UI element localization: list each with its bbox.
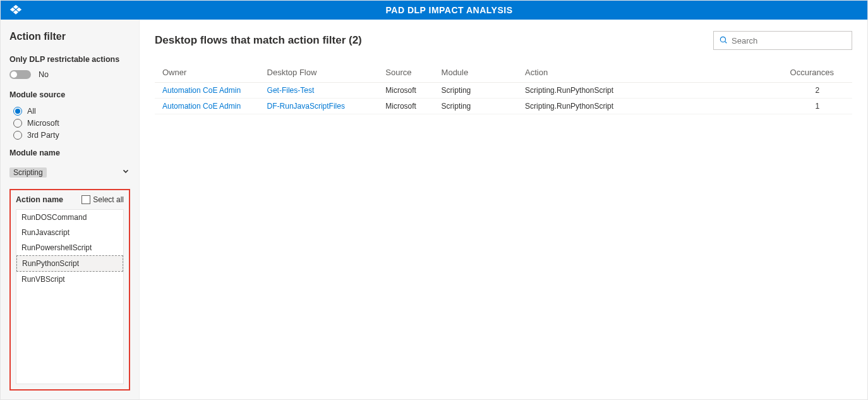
flow-link[interactable]: Get-Files-Test	[267, 86, 315, 95]
list-item[interactable]: RunPowershellScript	[16, 240, 123, 255]
radio-microsoft[interactable]: Microsoft	[13, 119, 130, 128]
search-icon	[719, 35, 728, 46]
radio-label: 3rd Party	[27, 131, 59, 140]
table-row: Automation CoE AdminGet-Files-TestMicros…	[155, 83, 852, 99]
chevron-down-icon	[121, 167, 130, 178]
list-item[interactable]: RunDOSCommand	[16, 210, 123, 225]
sidebar-title: Action filter	[9, 31, 130, 42]
col-module[interactable]: Module	[434, 63, 517, 83]
action-name-header: Action name Select all	[16, 195, 124, 204]
main-title: Desktop flows that match action filter (…	[155, 34, 362, 47]
col-action[interactable]: Action	[517, 63, 783, 83]
cell-occurrences: 1	[783, 99, 852, 114]
radio-dot-icon	[15, 109, 20, 114]
select-all-checkbox[interactable]	[81, 195, 90, 204]
list-item[interactable]: RunPythonScript	[16, 255, 123, 272]
radio-circle-icon	[13, 131, 22, 140]
app-header: PAD DLP IMPACT ANALYSIS	[1, 1, 867, 20]
module-name-dropdown[interactable]: Scripting	[9, 166, 130, 179]
owner-link[interactable]: Automation CoE Admin	[162, 102, 241, 111]
select-all-label: Select all	[93, 195, 124, 204]
table-row: Automation CoE AdminDF-RunJavaScriptFile…	[155, 99, 852, 114]
dlp-restrictable-label: Only DLP restrictable actions	[9, 55, 130, 64]
dlp-toggle-value: No	[39, 70, 49, 79]
col-occurrences[interactable]: Occurances	[783, 63, 852, 83]
module-name-label: Module name	[9, 148, 130, 157]
svg-line-5	[725, 41, 726, 43]
action-name-listbox[interactable]: RunDOSCommandRunJavascriptRunPowershellS…	[16, 209, 124, 384]
svg-marker-2	[16, 8, 21, 12]
app-body: Action filter Only DLP restrictable acti…	[1, 20, 867, 399]
module-name-chip: Scripting	[9, 167, 47, 178]
module-source-label: Module source	[9, 90, 130, 99]
svg-marker-0	[13, 5, 18, 9]
cell-source: Microsoft	[378, 83, 433, 99]
filter-sidebar: Action filter Only DLP restrictable acti…	[1, 20, 140, 399]
col-flow[interactable]: Desktop Flow	[260, 63, 378, 83]
cell-module: Scripting	[434, 99, 517, 114]
main-area: Desktop flows that match action filter (…	[140, 20, 867, 399]
svg-marker-3	[13, 10, 18, 15]
toggle-knob	[11, 71, 17, 78]
cell-module: Scripting	[434, 83, 517, 99]
cell-action: Scripting.RunPythonScript	[517, 83, 783, 99]
app-waffle-icon[interactable]	[1, 4, 31, 16]
col-owner[interactable]: Owner	[155, 63, 260, 83]
app-shell: PAD DLP IMPACT ANALYSIS Action filter On…	[0, 0, 868, 400]
select-all-wrap[interactable]: Select all	[81, 195, 124, 204]
list-item[interactable]: RunJavascript	[16, 225, 123, 240]
cell-occurrences: 2	[783, 83, 852, 99]
radio-label: All	[27, 107, 36, 116]
radio-all[interactable]: All	[13, 107, 130, 116]
owner-link[interactable]: Automation CoE Admin	[162, 86, 241, 95]
main-header-row: Desktop flows that match action filter (…	[155, 31, 852, 50]
search-input[interactable]	[732, 36, 847, 45]
action-name-highlight: Action name Select all RunDOSCommandRunJ…	[9, 189, 130, 391]
table-header-row: Owner Desktop Flow Source Module Action …	[155, 63, 852, 83]
radio-label: Microsoft	[27, 119, 59, 128]
search-box[interactable]	[713, 31, 852, 50]
action-name-label: Action name	[16, 195, 63, 204]
flow-link[interactable]: DF-RunJavaScriptFiles	[267, 102, 345, 111]
dlp-toggle-row: No	[9, 70, 130, 79]
cell-action: Scripting.RunPythonScript	[517, 99, 783, 114]
results-table: Owner Desktop Flow Source Module Action …	[155, 63, 852, 114]
svg-marker-1	[10, 8, 15, 12]
col-source[interactable]: Source	[378, 63, 433, 83]
radio-3rd-party[interactable]: 3rd Party	[13, 131, 130, 140]
svg-point-4	[720, 37, 725, 42]
app-title: PAD DLP IMPACT ANALYSIS	[31, 5, 867, 15]
radio-circle-icon	[13, 107, 22, 116]
radio-circle-icon	[13, 119, 22, 128]
dlp-toggle[interactable]	[9, 70, 31, 79]
cell-source: Microsoft	[378, 99, 433, 114]
list-item[interactable]: RunVBScript	[16, 272, 123, 287]
module-source-radio-group: AllMicrosoft3rd Party	[13, 107, 130, 140]
